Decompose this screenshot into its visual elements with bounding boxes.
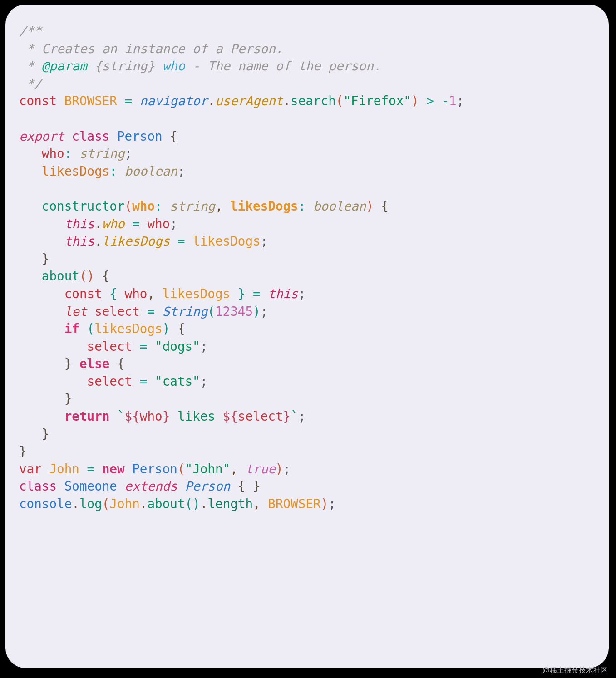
code-line: * @param {string} who - The name of the … — [19, 59, 381, 74]
code-block: /** * Creates an instance of a Person. *… — [19, 23, 595, 513]
code-line: if (likesDogs) { — [19, 321, 185, 336]
code-line: * Creates an instance of a Person. — [19, 41, 283, 56]
code-line: about() { — [19, 269, 109, 284]
code-line: who: string; — [19, 146, 132, 161]
keyword-const: const — [19, 93, 64, 108]
code-line: class Someone extends Person { } — [19, 479, 261, 494]
code-line: } — [19, 251, 49, 266]
code-line: const { who, likesDogs } = this; — [19, 286, 306, 301]
code-line: } — [19, 444, 27, 459]
code-line: } — [19, 391, 72, 406]
code-line: */ — [19, 76, 42, 91]
keyword-export: export — [19, 129, 72, 144]
code-line — [19, 111, 27, 126]
code-line: constructor(who: string, likesDogs: bool… — [19, 199, 389, 214]
identifier: BROWSER — [64, 93, 117, 108]
code-line: select = "cats"; — [19, 374, 207, 389]
code-line: const BROWSER = navigator.userAgent.sear… — [19, 93, 464, 108]
constructor: constructor — [42, 199, 125, 214]
comment: * Creates an instance of a Person. — [19, 41, 283, 56]
code-line: return `${who} likes ${select}`; — [19, 409, 306, 424]
code-line: /** — [19, 24, 42, 39]
code-line: export class Person { — [19, 129, 177, 144]
comment: /** — [19, 24, 42, 39]
code-line: this.likesDogs = likesDogs; — [19, 234, 268, 249]
code-line — [19, 181, 27, 196]
code-line: } else { — [19, 356, 125, 371]
code-line: } — [19, 427, 49, 442]
jsdoc-tag: @param — [42, 59, 87, 74]
code-line: likesDogs: boolean; — [19, 164, 185, 179]
code-line: var John = new Person("John", true); — [19, 462, 291, 477]
watermark: @稀土掘金技术社区 — [542, 666, 608, 675]
code-line: let select = String(12345); — [19, 304, 268, 319]
code-line: select = "dogs"; — [19, 339, 207, 354]
code-line: console.log(John.about().length, BROWSER… — [19, 496, 336, 511]
code-line: this.who = who; — [19, 216, 177, 231]
code-card: /** * Creates an instance of a Person. *… — [5, 5, 609, 668]
